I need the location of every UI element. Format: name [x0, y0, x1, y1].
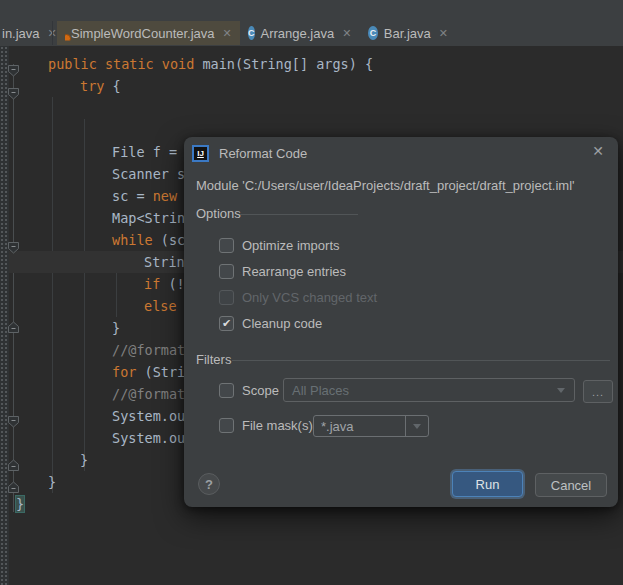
code-line: } [48, 471, 56, 493]
checkbox-label: Cleanup code [242, 316, 322, 331]
close-icon[interactable]: ✕ [221, 27, 234, 40]
reformat-code-dialog: IJ Reformat Code ✕ Module 'C:/Users/user… [184, 137, 618, 507]
close-icon[interactable]: ✕ [592, 144, 604, 158]
code-line: while (sc [112, 229, 185, 251]
run-button[interactable]: Run [452, 471, 523, 497]
scope-label: Scope [242, 383, 279, 398]
file-mask-combo[interactable]: *.java [313, 415, 429, 437]
scope-checkbox[interactable] [219, 383, 234, 398]
filters-separator [232, 360, 610, 361]
checkbox-checked[interactable]: ✔ [219, 316, 234, 331]
scope-browse-button[interactable]: ... [583, 380, 613, 403]
option-checkbox-row[interactable]: Rearrange entries [219, 262, 346, 280]
code-line: try { [80, 75, 121, 97]
option-checkbox-row: Only VCS changed text [219, 288, 377, 306]
tab-label: SimpleWordCounter.java [71, 26, 215, 41]
code-line: Scanner s [112, 163, 185, 185]
file-mask-checkbox[interactable] [219, 418, 234, 433]
code-line: public static void main(String[] args) { [48, 53, 373, 75]
code-line: for (Stri [112, 361, 185, 383]
fold-end-icon[interactable] [7, 320, 20, 333]
code-line: if (! [144, 273, 185, 295]
code-line: else [144, 295, 177, 317]
file-mask-checkbox-row[interactable]: File mask(s) [219, 416, 313, 434]
close-icon[interactable]: ✕ [437, 27, 450, 40]
tab-bar-java[interactable]: C Bar.java ✕ [360, 21, 458, 45]
tab-separator [52, 21, 53, 45]
checkbox [219, 290, 234, 305]
checkbox-label: Only VCS changed text [242, 290, 377, 305]
fold-collapse-icon[interactable] [7, 86, 20, 99]
fold-collapse-icon[interactable] [7, 240, 20, 253]
cancel-button[interactable]: Cancel [535, 473, 607, 497]
code-line: Strin [144, 251, 185, 273]
fold-end-icon[interactable] [7, 458, 20, 471]
code-line: sc = new [112, 185, 177, 207]
fold-collapse-icon[interactable] [7, 414, 20, 427]
code-line: File f = [112, 141, 177, 163]
options-group-label: Options [196, 206, 241, 221]
scope-checkbox-row[interactable]: Scope [219, 381, 279, 399]
code-line: Map<Strin [112, 207, 185, 229]
file-mask-label: File mask(s) [242, 418, 313, 433]
tab-label: Bar.java [384, 26, 431, 41]
code-line: } [80, 449, 88, 471]
checkbox-label: Optimize imports [242, 238, 340, 253]
option-checkbox-row[interactable]: ✔Cleanup code [219, 314, 322, 332]
filters-group-label: Filters [196, 352, 231, 367]
class-icon: C [368, 26, 378, 40]
code-line: System.ou [112, 427, 185, 449]
help-button[interactable]: ? [198, 473, 220, 495]
option-checkbox-row[interactable]: Optimize imports [219, 236, 340, 254]
checkbox[interactable] [219, 264, 234, 279]
tab-label: Arrange.java [261, 26, 335, 41]
code-line: //@format [112, 339, 185, 361]
dialog-title: Reformat Code [219, 146, 307, 161]
checkbox-label: Rearrange entries [242, 264, 346, 279]
class-icon: C [248, 26, 255, 40]
intellij-logo-icon: IJ [192, 145, 209, 162]
scope-dropdown: All Places [283, 378, 575, 402]
combo-arrow-section[interactable] [405, 416, 428, 436]
chevron-down-icon [557, 388, 565, 393]
tab-arrange-java[interactable]: C Arrange.java ✕ [240, 21, 360, 45]
options-separator [240, 214, 358, 215]
close-icon[interactable]: ✕ [340, 27, 353, 40]
code-line: } [112, 317, 120, 339]
chevron-down-icon [413, 424, 421, 429]
scope-dropdown-value: All Places [284, 383, 557, 398]
fold-end-icon[interactable] [7, 480, 20, 493]
code-line: System.ou [112, 405, 185, 427]
ide-window: in.java ✕ SimpleWordCounter.java ✕ C Arr… [0, 0, 623, 585]
checkbox[interactable] [219, 238, 234, 253]
tab-label: in.java [2, 26, 40, 41]
file-mask-value: *.java [314, 419, 405, 434]
dialog-title-bar[interactable]: IJ Reformat Code ✕ [184, 137, 618, 169]
module-path-text: Module 'C:/Users/user/IdeaProjects/draft… [196, 178, 575, 193]
code-line: } [16, 493, 24, 515]
fold-collapse-icon[interactable] [7, 63, 20, 76]
editor-tab-bar: in.java ✕ SimpleWordCounter.java ✕ C Arr… [0, 0, 623, 47]
tab-simplewordcounter-java[interactable]: SimpleWordCounter.java ✕ [57, 21, 240, 45]
code-line: //@format [112, 383, 185, 405]
